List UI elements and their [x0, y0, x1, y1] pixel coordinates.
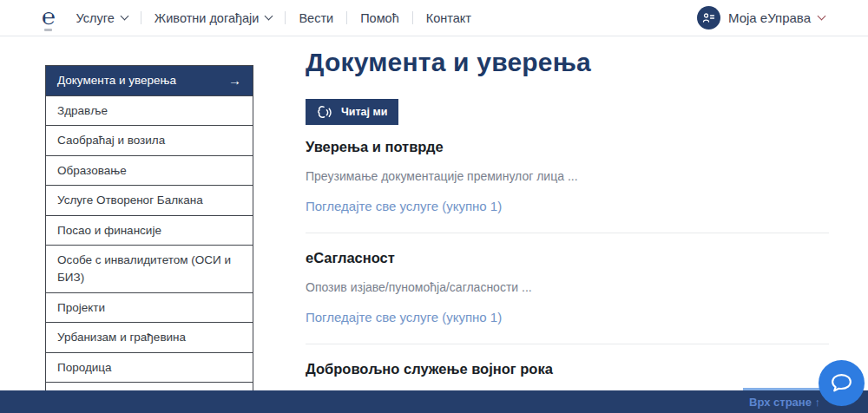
chat-button[interactable] — [819, 360, 865, 406]
sidebar-item-porodica[interactable]: Породица — [46, 353, 253, 384]
nav-item-label: Услуге — [76, 11, 115, 25]
section-uverenja-i-potvrde: Уверења и потврде Преузимање документаци… — [306, 139, 829, 214]
page-title: Документа и уверења — [306, 48, 829, 77]
account-label: Моја еУправа — [728, 10, 811, 25]
sidebar-item-dokumenta-i-uverenja[interactable]: Документа и уверења → — [46, 66, 253, 96]
main-content: Документа и уверења Читај ми Уверења и п… — [306, 48, 829, 404]
nav-item-kontakt[interactable]: Контакт — [426, 11, 471, 25]
nav-item-vesti[interactable]: Вести — [299, 11, 333, 25]
chat-bubble-icon — [830, 373, 853, 393]
euprava-logo[interactable]: ℮ — [42, 5, 56, 31]
account-avatar-icon — [697, 6, 720, 30]
nav-item-label: Животни догађаји — [155, 11, 260, 25]
sidebar-item-obrazovanje[interactable]: Образовање — [46, 156, 253, 187]
section-esaglasnost: еСагласност Опозив изјаве/пуномоћја/сагл… — [306, 250, 829, 325]
nav-item-usluge[interactable]: Услуге — [76, 11, 128, 25]
read-aloud-button[interactable]: Читај ми — [306, 99, 398, 125]
nav-divider — [412, 11, 413, 24]
nav-item-label: Контакт — [426, 11, 471, 25]
chevron-down-icon — [265, 12, 273, 21]
section-heading: еСагласност — [306, 250, 829, 266]
chevron-down-icon — [120, 12, 128, 21]
view-all-services-link[interactable]: Погледајте све услуге (укупно 1) — [306, 310, 502, 324]
section-divider — [306, 344, 829, 344]
section-divider — [306, 233, 829, 233]
category-sidebar: Документа и уверења → Здравље Саобраћај … — [45, 65, 253, 413]
sidebar-item-projekti[interactable]: Пројекти — [46, 293, 253, 324]
section-heading: Уверења и потврде — [306, 139, 829, 155]
read-aloud-label: Читај ми — [341, 106, 387, 118]
back-to-top-accent-line — [743, 388, 823, 390]
main-nav: Услуге Животни догађаји Вести Помоћ Конт… — [76, 11, 471, 25]
footer-bar: Врх стране ↑ — [0, 390, 868, 413]
sidebar-item-label: Документа и уверења — [57, 72, 176, 89]
euprava-logo-icon: ℮ — [42, 5, 56, 28]
back-to-top-link[interactable]: Врх стране ↑ — [749, 396, 820, 409]
top-nav-bar: ℮ Услуге Животни догађаји Вести Помоћ — [0, 0, 868, 36]
sidebar-item-saobracaj-i-vozila[interactable]: Саобраћај и возила — [46, 126, 253, 156]
sidebar-item-posao-i-finansije[interactable]: Посао и финансије — [46, 216, 253, 246]
sidebar-item-urbanizam-i-gradjevina[interactable]: Урбанизам и грађевина — [46, 323, 253, 353]
nav-divider — [141, 11, 141, 24]
nav-item-label: Помоћ — [360, 11, 399, 25]
euprava-page: ℮ Услуге Животни догађаји Вести Помоћ — [0, 0, 868, 413]
sidebar-item-osi-i-biz[interactable]: Особе с инвалидитетом (ОСИ и БИЗ) — [46, 246, 253, 292]
sidebar-item-zdravlje[interactable]: Здравље — [46, 96, 253, 127]
chevron-down-icon — [818, 12, 826, 21]
nav-item-zivotni-dogadjaji[interactable]: Животни догађаји — [155, 11, 273, 25]
section-description: Преузимање документације преминулог лица… — [306, 169, 829, 183]
read-aloud-icon — [317, 105, 334, 120]
nav-divider — [285, 11, 286, 24]
logo-base-decoration — [44, 29, 52, 31]
nav-item-label: Вести — [299, 11, 333, 25]
nav-divider — [346, 11, 347, 24]
nav-item-pomoc[interactable]: Помоћ — [360, 11, 399, 25]
account-menu[interactable]: Моја еУправа — [697, 6, 825, 30]
section-heading: Добровољно служење војног рока — [306, 361, 829, 377]
arrow-right-icon: → — [228, 74, 241, 87]
section-description: Опозив изјаве/пуномоћја/сагласности ... — [306, 280, 829, 294]
view-all-services-link[interactable]: Погледајте све услуге (укупно 1) — [306, 199, 502, 213]
sidebar-item-otvoreni-balkan[interactable]: Услуге Отвореног Балкана — [46, 186, 253, 216]
